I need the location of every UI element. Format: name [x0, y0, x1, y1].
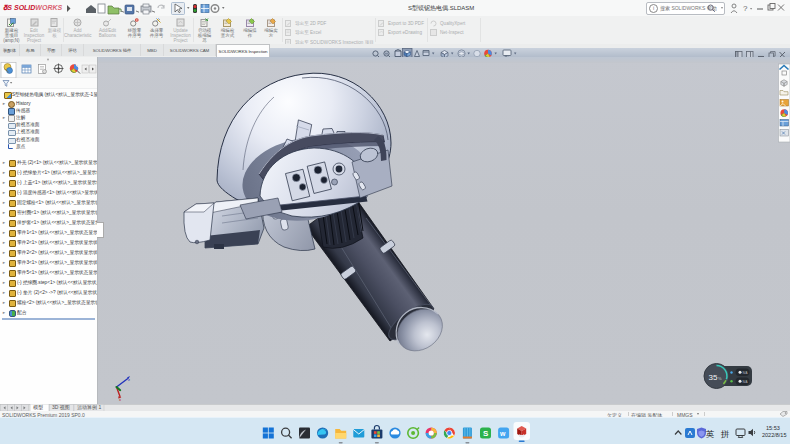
svg-text:?: ?: [743, 4, 748, 13]
svg-text:z: z: [128, 377, 130, 382]
svg-text:2022/8/15: 2022/8/15: [762, 432, 786, 438]
svg-text:英: 英: [705, 429, 715, 439]
svg-text:%: %: [718, 376, 722, 381]
svg-text:w: w: [499, 430, 506, 437]
svg-text:S: S: [483, 429, 489, 438]
svg-text:15:53: 15:53: [766, 425, 780, 431]
svg-text:x: x: [119, 397, 121, 402]
svg-text:拼: 拼: [720, 429, 730, 439]
svg-text:35: 35: [709, 373, 718, 382]
svg-text:N/A: N/A: [743, 380, 748, 384]
svg-text:N/A: N/A: [743, 371, 748, 375]
